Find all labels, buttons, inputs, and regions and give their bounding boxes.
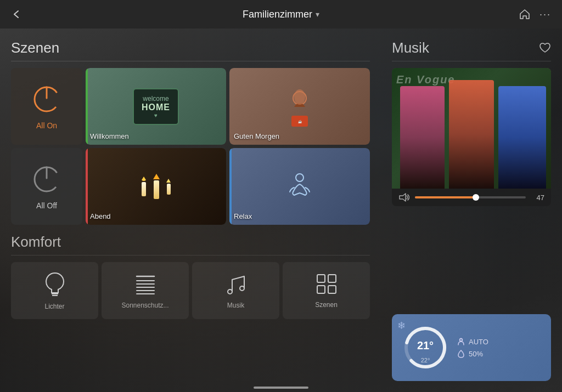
komfort-title: Komfort (11, 234, 370, 255)
svg-text:22°: 22° (421, 357, 430, 363)
musik-komfort-label: Musik (227, 302, 244, 309)
szenen-komfort-label: Szenen (315, 301, 338, 309)
scene-tile-all-off[interactable]: All Off (11, 148, 82, 225)
humidity-label: 50% (469, 350, 483, 358)
header: Familienzimmer ▾ ··· (0, 0, 562, 29)
thermo-auto-mode: AUTO (457, 337, 488, 346)
music-progress-bar[interactable] (415, 196, 526, 198)
thermostat-info: AUTO 50% (457, 337, 488, 358)
komfort-tile-musik[interactable]: Musik (192, 262, 279, 319)
szenen-grid: All On welcome HOME ♥ Willkommen (11, 68, 370, 225)
svg-rect-19 (317, 286, 325, 293)
szenen-section: Szenen All On welcome HOME (11, 39, 370, 225)
musik-header: Musik (392, 39, 551, 61)
svg-point-15 (228, 289, 232, 294)
band-figures: En Vogue (392, 68, 551, 189)
home-icon[interactable] (519, 8, 531, 20)
komfort-tile-lichter[interactable]: Lichter (11, 262, 98, 319)
svg-rect-17 (317, 275, 325, 282)
svg-text:21°: 21° (417, 339, 434, 351)
komfort-section: Komfort Lichter (11, 234, 370, 381)
relax-label: Relax (234, 212, 252, 220)
header-left-controls (11, 9, 55, 20)
all-on-label: All On (36, 121, 57, 130)
scene-tile-abend[interactable]: Abend (86, 148, 226, 225)
volume-number: 47 (531, 194, 544, 202)
musik-title: Musik (392, 39, 429, 56)
thermostat-widget: ❄ 21° 22° (392, 314, 551, 381)
right-panel: Musik En Vogue (381, 29, 562, 392)
scene-tile-guten-morgen[interactable]: ☕ Guten Morgen (229, 68, 370, 145)
left-panel: Szenen All On welcome HOME (0, 29, 381, 392)
lichter-label: Lichter (44, 303, 64, 310)
album-art: En Vogue (392, 68, 551, 189)
szenen-title: Szenen (11, 39, 370, 61)
komfort-tile-sonnenschutz[interactable]: Sonnenschutz... (102, 262, 189, 319)
svg-point-3 (294, 89, 305, 105)
volume-icon[interactable] (398, 193, 409, 202)
scene-tile-willkommen[interactable]: welcome HOME ♥ Willkommen (86, 68, 226, 145)
musik-controls: 47 (392, 189, 551, 206)
main-content: Szenen All On welcome HOME (0, 29, 562, 392)
musik-cover: En Vogue (392, 68, 551, 206)
progress-thumb[interactable] (473, 194, 479, 201)
auto-label: AUTO (469, 338, 488, 346)
scene-tile-all-on[interactable]: All On (11, 68, 82, 145)
sonnenschutz-label: Sonnenschutz... (121, 302, 168, 309)
willkommen-label: Willkommen (90, 132, 129, 140)
progress-fill (415, 196, 476, 198)
svg-rect-20 (328, 286, 336, 293)
heart-icon[interactable] (539, 42, 551, 54)
all-off-label: All Off (36, 201, 57, 210)
bottom-bar-indicator (254, 387, 308, 389)
header-title-area[interactable]: Familienzimmer ▾ (243, 9, 319, 20)
room-title: Familienzimmer (243, 9, 312, 20)
musik-section: Musik En Vogue (392, 39, 551, 305)
thermostat-circle-wrap: 21° 22° (401, 323, 450, 372)
header-right-controls: ··· (507, 8, 551, 20)
abend-label: Abend (90, 212, 111, 220)
svg-point-16 (240, 286, 244, 291)
more-options-icon[interactable]: ··· (539, 9, 551, 20)
svg-rect-18 (328, 275, 336, 282)
komfort-tile-szenen[interactable]: Szenen (283, 262, 370, 319)
dropdown-icon[interactable]: ▾ (316, 10, 319, 19)
svg-point-6 (296, 174, 304, 181)
back-button[interactable] (11, 9, 22, 20)
scene-tile-relax[interactable]: Relax (229, 148, 370, 225)
komfort-grid: Lichter Sonnenschutz... (11, 262, 370, 319)
svg-marker-21 (400, 194, 406, 201)
thermo-humidity: 50% (457, 349, 488, 358)
guten-morgen-label: Guten Morgen (234, 132, 279, 140)
